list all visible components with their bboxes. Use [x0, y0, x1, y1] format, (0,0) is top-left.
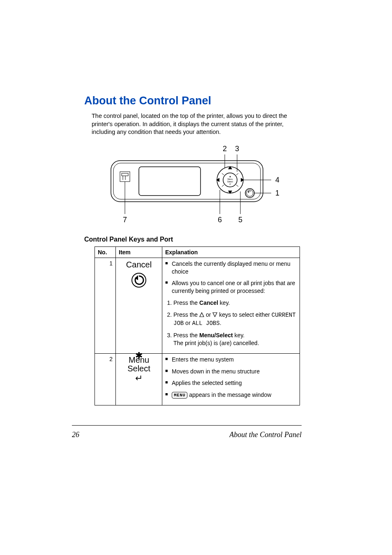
row1-no: 1: [95, 258, 116, 353]
svg-text:2: 2: [222, 145, 226, 153]
svg-rect-6: [139, 167, 201, 196]
row1-explanation: Cancels the currently displayed menu or …: [162, 258, 300, 353]
subheading: Control Panel Keys and Port: [84, 236, 302, 243]
svg-line-19: [222, 185, 224, 187]
exp-step: Press the Cancel key.: [173, 299, 297, 307]
exp-bullet: Cancels the currently displayed menu or …: [165, 260, 297, 276]
svg-text:7: 7: [122, 216, 127, 224]
svg-text:4: 4: [275, 176, 279, 184]
svg-text:5: 5: [238, 216, 242, 224]
control-panel-diagram: ✱ Menu Select ↵ 2 3 4: [84, 142, 302, 228]
exp-step: Press the Menu/Select key.The print job(…: [173, 332, 297, 347]
cancel-label: Cancel: [119, 260, 159, 269]
exp-step: Press the or keys to select either CUR­R…: [173, 311, 297, 327]
svg-text:6: 6: [217, 216, 221, 224]
exp-bullet: Allows you to cancel one or all print jo…: [165, 279, 297, 295]
enter-arrow-icon: ↵: [119, 373, 159, 384]
keys-table: No. Item Explanation 1 Cancel: [95, 246, 300, 406]
footer-title: About the Control Panel: [229, 431, 302, 439]
row2-item: ✱ Menu Select ↵: [116, 353, 162, 405]
th-no: No.: [95, 246, 116, 258]
svg-marker-13: [228, 166, 232, 169]
diagram-svg: ✱ Menu Select ↵ 2 3 4: [103, 142, 284, 228]
th-item: Item: [116, 246, 162, 258]
th-explanation: Explanation: [162, 246, 300, 258]
svg-rect-3: [122, 173, 128, 176]
up-triangle-icon: [199, 311, 204, 319]
cancel-icon: [119, 272, 159, 290]
row2-no: 2: [95, 353, 116, 405]
svg-marker-15: [216, 178, 219, 182]
page-heading: About the Control Panel: [84, 94, 302, 107]
svg-line-20: [236, 185, 238, 187]
svg-line-18: [236, 173, 238, 175]
down-triangle-icon: [212, 311, 217, 319]
svg-marker-41: [213, 313, 217, 317]
svg-text:↵: ↵: [229, 183, 231, 185]
svg-text:3: 3: [235, 145, 239, 153]
footer-rule: [72, 425, 302, 426]
exp-bullet: MENU appears in the message window: [165, 391, 297, 399]
menu-chip-icon: MENU: [172, 392, 187, 398]
exp-bullet: Enters the menu system: [165, 356, 297, 364]
svg-line-17: [222, 173, 224, 175]
page-footer: 26 About the Control Panel: [72, 431, 302, 439]
row2-explanation: Enters the menu system Moves down in the…: [162, 353, 300, 405]
exp-bullet: Applies the selected setting: [165, 379, 297, 387]
table-row: 2 ✱ Menu Select ↵ Enters the menu system…: [95, 353, 300, 405]
menu-label: Menu: [119, 356, 159, 364]
intro-paragraph: The control panel, located on the top of…: [92, 112, 302, 136]
svg-text:1: 1: [275, 189, 279, 197]
svg-marker-40: [200, 313, 204, 317]
exp-bullet: Moves down in the menu structure: [165, 368, 297, 375]
svg-rect-1: [113, 163, 261, 199]
table-row: 1 Cancel Cancels the currently displayed…: [95, 258, 300, 353]
page-number: 26: [72, 431, 79, 439]
row1-item: Cancel: [116, 258, 162, 353]
select-label: Select: [119, 364, 159, 373]
svg-marker-23: [248, 191, 249, 193]
svg-marker-14: [228, 191, 232, 194]
